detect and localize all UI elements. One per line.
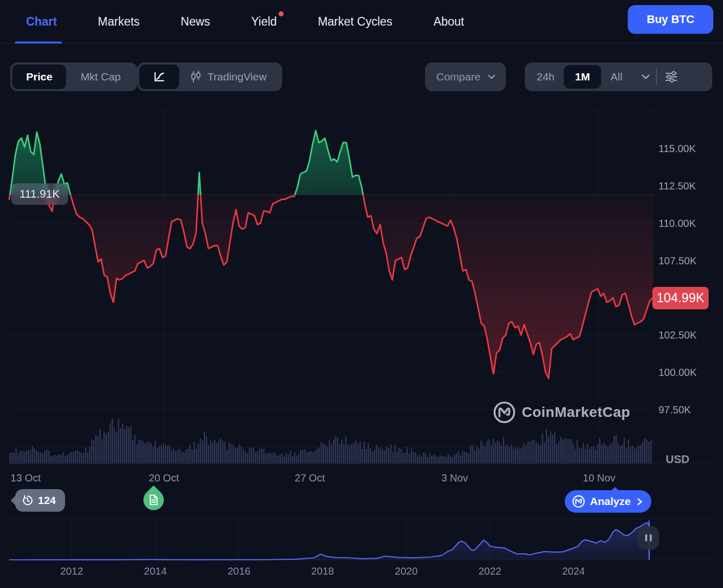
open-price-label: 111.91K	[11, 183, 68, 205]
compare-label: Compare	[436, 71, 480, 83]
price-toggle[interactable]: Price	[12, 65, 66, 89]
x-axis-label: 13 Oct	[11, 472, 41, 484]
y-axis-label: 110.00K	[658, 217, 696, 229]
candlestick-icon	[189, 70, 202, 83]
timeframe-all[interactable]: All	[601, 71, 631, 83]
pause-icon	[645, 534, 647, 541]
y-axis-label: 115.00K	[658, 143, 696, 155]
year-label: 2022	[478, 565, 501, 577]
analyze-button[interactable]: Analyze	[565, 490, 651, 513]
divider	[656, 68, 657, 86]
y-axis-label: 102.50K	[658, 329, 697, 341]
range-selector-region[interactable]	[9, 519, 714, 561]
y-axis-label: 112.50K	[658, 180, 696, 192]
tab-chart[interactable]: Chart	[26, 0, 57, 44]
top-nav: Chart Markets News Yield Market Cycles A…	[0, 0, 723, 44]
history-count: 124	[38, 494, 56, 507]
year-label: 2018	[311, 565, 334, 577]
coinmarketcap-logo-icon	[493, 401, 516, 424]
x-axis-label: 3 Nov	[441, 472, 468, 484]
year-label: 2016	[227, 565, 250, 577]
year-label: 2012	[60, 565, 83, 577]
y-axis-label: 107.50K	[658, 255, 697, 266]
tradingview-toggle[interactable]: TradingView	[179, 70, 280, 83]
year-label: 2014	[144, 565, 167, 577]
x-axis-label: 10 Nov	[583, 472, 615, 484]
clock-history-icon	[22, 494, 34, 507]
x-axis-label: 27 Oct	[295, 472, 325, 484]
line-chart-icon	[153, 70, 166, 83]
tab-markets[interactable]: Markets	[98, 0, 140, 44]
timeframe-1m[interactable]: 1M	[564, 65, 601, 89]
compare-dropdown[interactable]: Compare	[425, 62, 506, 91]
line-chart-toggle[interactable]	[139, 65, 179, 89]
timeframe-chevron-down-icon[interactable]	[640, 71, 651, 82]
notification-dot-icon	[279, 11, 284, 16]
year-label: 2020	[395, 565, 418, 577]
y-axis-label: 97.50K	[658, 404, 691, 416]
chart-type-toggle: TradingView	[137, 62, 282, 91]
chart-toolbar: Price Mkt Cap TradingView Compare 24h 1M	[0, 62, 723, 91]
buy-btc-button[interactable]: Buy BTC	[628, 5, 713, 34]
history-badge[interactable]: 124	[15, 489, 65, 512]
tab-yield[interactable]: Yield	[251, 0, 277, 44]
timeframe-24h[interactable]: 24h	[527, 71, 564, 83]
mktcap-toggle[interactable]: Mkt Cap	[66, 71, 135, 83]
timeframe-group: 24h 1M All	[525, 62, 712, 91]
range-handle[interactable]	[637, 526, 659, 550]
y-axis-label: 100.00K	[658, 367, 697, 379]
tradingview-label: TradingView	[207, 71, 267, 83]
currency-label: USD	[666, 453, 689, 466]
watermark: CoinMarketCap	[493, 401, 630, 424]
tab-news[interactable]: News	[181, 0, 210, 44]
price-mktcap-toggle: Price Mkt Cap	[10, 62, 137, 91]
x-axis-label: 20 Oct	[149, 472, 179, 484]
chevron-down-icon	[486, 72, 497, 82]
chevron-right-icon	[635, 497, 644, 506]
year-label: 2024	[562, 565, 585, 577]
tab-yield-label: Yield	[251, 15, 277, 29]
coinmarketcap-logo-icon	[572, 495, 585, 508]
analyze-label: Analyze	[590, 495, 630, 508]
current-price-badge: 104.99K	[652, 287, 709, 309]
document-icon	[147, 494, 160, 506]
tab-market-cycles[interactable]: Market Cycles	[318, 0, 393, 44]
settings-sliders-icon[interactable]	[664, 69, 679, 85]
watermark-label: CoinMarketCap	[522, 404, 630, 421]
tab-about[interactable]: About	[433, 0, 464, 44]
